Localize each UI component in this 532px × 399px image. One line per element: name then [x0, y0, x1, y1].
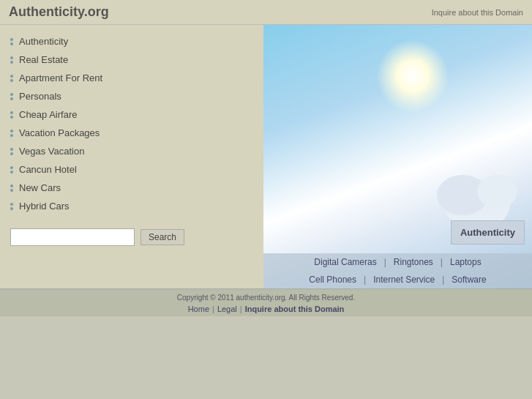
- right-links-panel: Digital Cameras | Ringtones | Laptops Ce…: [263, 253, 532, 288]
- nav-bullet: [10, 93, 13, 100]
- nav-item-label: Apartment For Rent: [19, 72, 102, 83]
- nav-bullet: [10, 111, 13, 119]
- link-software[interactable]: Software: [444, 275, 493, 285]
- nav-bullet: [10, 130, 13, 137]
- footer-links: Home | Legal | Inquire about this Domain: [0, 305, 532, 313]
- sidebar-nav-item[interactable]: Apartment For Rent: [0, 69, 263, 87]
- header-inquire-link[interactable]: Inquire about this Domain: [432, 8, 523, 17]
- nav-item-label: Hybrid Cars: [19, 201, 70, 212]
- photo-area: Authenticity Digital Cameras | Ringtones…: [263, 25, 532, 288]
- link-row-1: Digital Cameras | Ringtones | Laptops: [263, 253, 532, 271]
- sidebar: AuthenticityReal EstateApartment For Ren…: [0, 25, 263, 288]
- sidebar-nav-item[interactable]: Cancun Hotel: [0, 160, 263, 179]
- header: Authenticity.org Inquire about this Doma…: [0, 0, 532, 25]
- nav-item-label: Personals: [19, 91, 61, 102]
- site-title: Authenticity.org: [9, 4, 109, 20]
- search-area: Search: [0, 215, 263, 253]
- sidebar-nav-item[interactable]: Vegas Vacation: [0, 142, 263, 160]
- link-ringtones[interactable]: Ringtones: [386, 257, 441, 267]
- authenticity-label-box[interactable]: Authenticity: [451, 220, 525, 245]
- nav-bullet: [10, 184, 13, 192]
- link-row-2: Cell Phones | Internet Service | Softwar…: [263, 271, 532, 288]
- nav-bullet: [10, 203, 13, 210]
- sidebar-nav-item[interactable]: New Cars: [0, 179, 263, 197]
- search-input[interactable]: [10, 228, 135, 246]
- nav-item-label: Vegas Vacation: [19, 146, 84, 157]
- footer-copyright: Copyright © 2011 authenticity.org. All R…: [0, 294, 532, 302]
- link-digital-cameras[interactable]: Digital Cameras: [307, 257, 383, 267]
- footer-home-link[interactable]: Home: [188, 305, 209, 313]
- cloud-decoration: [415, 157, 525, 230]
- nav-item-label: Cancun Hotel: [19, 164, 77, 175]
- link-laptops[interactable]: Laptops: [443, 257, 489, 267]
- sidebar-nav-item[interactable]: Authenticity: [0, 32, 263, 51]
- nav-bullet: [10, 75, 13, 82]
- footer: Copyright © 2011 authenticity.org. All R…: [0, 288, 532, 316]
- nav-bullet: [10, 166, 13, 174]
- footer-inquire-link[interactable]: Inquire about this Domain: [245, 305, 345, 313]
- sidebar-nav-item[interactable]: Personals: [0, 87, 263, 105]
- nav-item-label: Vacation Packages: [19, 127, 100, 138]
- nav-bullet: [10, 38, 13, 45]
- nav-list: AuthenticityReal EstateApartment For Ren…: [0, 32, 263, 215]
- footer-legal-link[interactable]: Legal: [217, 305, 237, 313]
- link-internet-service[interactable]: Internet Service: [366, 275, 442, 285]
- nav-item-label: Real Estate: [19, 54, 68, 65]
- search-button[interactable]: Search: [141, 229, 184, 245]
- sidebar-nav-item[interactable]: Hybrid Cars: [0, 197, 263, 215]
- nav-item-label: Cheap Airfare: [19, 109, 78, 120]
- nav-item-label: New Cars: [19, 182, 61, 193]
- sidebar-nav-item[interactable]: Real Estate: [0, 51, 263, 69]
- footer-sep: |: [209, 305, 217, 313]
- main-content: AuthenticityReal EstateApartment For Ren…: [0, 25, 532, 288]
- nav-item-label: Authenticity: [19, 36, 68, 47]
- nav-bullet: [10, 148, 13, 155]
- footer-sep: |: [237, 305, 245, 313]
- cloud-part: [477, 175, 517, 208]
- link-cell-phones[interactable]: Cell Phones: [301, 275, 364, 285]
- sun-decoration: [376, 40, 449, 113]
- nav-bullet: [10, 56, 13, 64]
- sidebar-nav-item[interactable]: Vacation Packages: [0, 124, 263, 142]
- sidebar-nav-item[interactable]: Cheap Airfare: [0, 105, 263, 124]
